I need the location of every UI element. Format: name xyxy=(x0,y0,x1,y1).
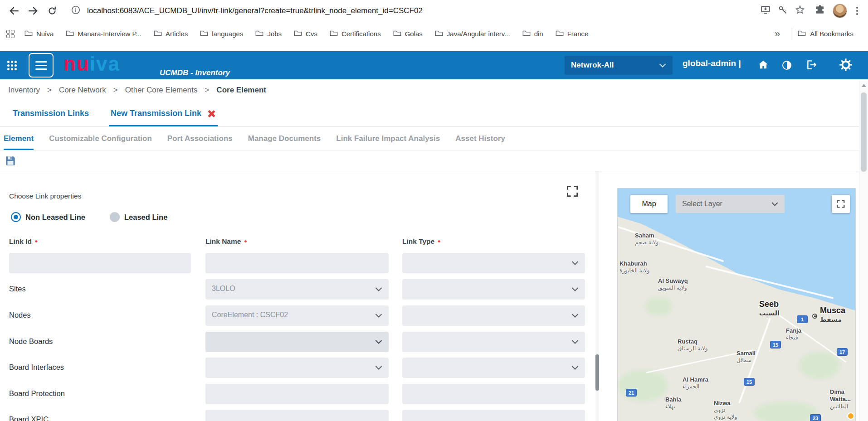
layer-select[interactable]: Select Layer xyxy=(676,195,785,213)
tab-new-transmission-link[interactable]: New Transmission Link xyxy=(111,101,216,126)
folder-icon xyxy=(255,30,263,38)
breadcrumb-item[interactable]: Core Network xyxy=(59,86,106,95)
bookmark-item[interactable]: Java/Angular interv... xyxy=(435,30,510,38)
field-label-link-name: Link Name• xyxy=(205,237,247,246)
extensions-icon[interactable] xyxy=(814,5,825,17)
sites-select[interactable]: 3LOLO xyxy=(205,279,389,300)
network-select[interactable]: Netwrok-All xyxy=(565,56,673,75)
action-toolbar xyxy=(0,150,859,171)
settings-gear-icon[interactable] xyxy=(839,58,853,72)
board-protection-secondary-input[interactable] xyxy=(402,384,585,404)
bookmark-item[interactable]: languages xyxy=(200,30,243,38)
app-header: nuiva UCMDB - Inventory Netwrok-All glob… xyxy=(0,51,868,79)
row-label-board-xpic: Board XPIC xyxy=(9,415,49,421)
bookmarks-grid-icon[interactable] xyxy=(6,30,15,38)
close-tab-icon[interactable] xyxy=(207,109,216,118)
map-place: Rustaqولاية الرستاق xyxy=(678,338,707,352)
bookmark-item[interactable]: Certifications xyxy=(330,30,381,38)
map-green-area xyxy=(799,352,840,379)
subtab-port-associations[interactable]: Port Associations xyxy=(167,127,233,150)
link-id-input[interactable] xyxy=(9,253,191,273)
logged-in-user: global-admin | xyxy=(683,58,741,68)
chevron-down-icon xyxy=(571,287,579,291)
radio-unselected-icon xyxy=(110,212,120,222)
board-protection-input[interactable] xyxy=(205,384,389,404)
all-bookmarks-button[interactable]: All Bookmarks xyxy=(798,30,853,38)
nodes-secondary-select[interactable] xyxy=(402,305,585,326)
divider xyxy=(792,28,792,40)
link-type-select[interactable] xyxy=(402,253,585,273)
home-icon[interactable] xyxy=(757,59,769,71)
bookmark-item[interactable]: Nuiva xyxy=(24,30,54,38)
board-xpic-input[interactable] xyxy=(205,410,389,421)
sites-value: 3LOLO xyxy=(212,285,235,293)
map-panel[interactable]: Sahamولاية صحم Khaburahولاية الخابورة Al… xyxy=(617,188,856,421)
radio-non-leased-line[interactable]: Non Leased Line xyxy=(11,212,85,222)
map-place: DimaWatta...الطائيين xyxy=(830,388,851,410)
fullscreen-icon[interactable] xyxy=(562,181,582,201)
subtab-manage-documents[interactable]: Manage Documents xyxy=(248,127,321,150)
chrome-menu-icon[interactable] xyxy=(854,5,860,17)
back-icon[interactable] xyxy=(5,1,24,20)
scroll-up-arrow[interactable] xyxy=(862,84,866,87)
bookmarks-overflow-chevron[interactable]: » xyxy=(768,28,786,40)
row-label-board-interfaces: Board Interfaces xyxy=(9,363,64,372)
page-scrollbar-thumb[interactable] xyxy=(861,92,867,172)
apps-grid-icon[interactable] xyxy=(7,61,17,70)
subtab-link-failure-impact-analysis[interactable]: Link Failure Impact Analysis xyxy=(336,127,440,150)
bookmark-item[interactable]: Manara-Interview P... xyxy=(66,30,141,38)
subtab-asset-history[interactable]: Asset History xyxy=(455,127,505,150)
map-place: Samailسمائل xyxy=(736,350,756,364)
link-name-input[interactable] xyxy=(205,253,389,273)
nodes-select[interactable]: CoreElement : CSCF02 xyxy=(205,305,389,326)
map-type-button[interactable]: Map xyxy=(630,195,668,213)
folder-icon xyxy=(154,30,162,38)
board-interfaces-secondary-select[interactable] xyxy=(402,358,585,378)
node-boards-secondary-select[interactable] xyxy=(402,332,585,352)
breadcrumb-item[interactable]: Inventory xyxy=(8,86,40,95)
bookmark-item[interactable]: Golas xyxy=(393,30,423,38)
tab-transmission-links[interactable]: Transmission Links xyxy=(13,101,89,126)
forward-icon[interactable] xyxy=(24,1,43,20)
bookmark-item[interactable]: Jobs xyxy=(255,30,282,38)
route-shield: 21 xyxy=(626,389,637,397)
map-place: Al Hamraالحمراء xyxy=(683,376,708,390)
bookmark-item[interactable]: Articles xyxy=(154,30,188,38)
map-place: Khaburahولاية الخابورة xyxy=(619,260,649,274)
logout-icon[interactable] xyxy=(805,59,817,71)
reload-icon[interactable] xyxy=(43,1,62,20)
url-input[interactable]: localhost:6083/ACE_UCMDB_UI/inv/tr-link/… xyxy=(64,1,812,20)
main-tabs: Transmission Links New Transmission Link xyxy=(0,101,859,127)
breadcrumb-item[interactable]: Other Core Elements xyxy=(125,86,198,95)
chevron-down-icon xyxy=(571,340,579,344)
save-button[interactable] xyxy=(5,155,16,167)
bookmark-item[interactable]: France xyxy=(556,30,589,38)
save-icon xyxy=(5,155,16,167)
bookmark-star-icon[interactable] xyxy=(795,5,805,17)
bookmark-item[interactable]: din xyxy=(522,30,543,38)
subtab-customizable-configuration[interactable]: Customizable Configuration xyxy=(49,127,152,150)
profile-avatar[interactable] xyxy=(833,4,847,18)
subtab-element[interactable]: Element xyxy=(4,127,34,150)
route-shield: 1 xyxy=(797,315,808,323)
sites-secondary-select[interactable] xyxy=(402,279,585,300)
folder-icon xyxy=(798,30,806,38)
board-interfaces-select[interactable] xyxy=(205,358,389,378)
contrast-theme-icon[interactable] xyxy=(781,60,792,71)
board-xpic-secondary-input[interactable] xyxy=(402,410,585,421)
panel-scrollbar-thumb[interactable] xyxy=(595,354,599,391)
breadcrumb: Inventory > Core Network > Other Core El… xyxy=(0,79,859,101)
map-fullscreen-icon[interactable] xyxy=(832,195,850,213)
map-place: Nizwaنزوىولاية نزوى xyxy=(714,400,737,421)
install-icon[interactable] xyxy=(760,5,771,17)
panel-scrollbar[interactable] xyxy=(595,171,599,421)
password-key-icon[interactable] xyxy=(777,5,788,17)
node-boards-select[interactable] xyxy=(205,332,389,352)
folder-icon xyxy=(24,30,33,38)
page-scrollbar[interactable] xyxy=(859,81,868,421)
bookmark-item[interactable]: Cvs xyxy=(294,30,317,38)
page-info-icon[interactable] xyxy=(71,5,81,17)
hamburger-menu-button[interactable] xyxy=(29,53,54,77)
radio-leased-line[interactable]: Leased Line xyxy=(110,212,167,222)
section-title: Choose Link properties xyxy=(9,192,81,200)
